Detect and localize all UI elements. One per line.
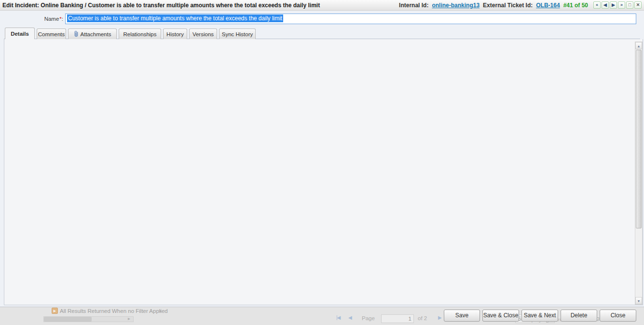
save-button[interactable]: Save bbox=[444, 310, 480, 322]
next-record-button[interactable]: ▶ bbox=[610, 1, 617, 9]
tab-attachments[interactable]: Attachments bbox=[68, 28, 117, 39]
internal-id-label: Internal Id: bbox=[399, 2, 428, 9]
window-title: Edit Incident: Online Banking / Customer… bbox=[2, 2, 320, 9]
window-titlebar: Edit Incident: Online Banking / Customer… bbox=[0, 0, 644, 11]
page-first-icon: |◀ bbox=[336, 315, 340, 320]
tab-relationships[interactable]: Relationships bbox=[119, 28, 161, 39]
close-button[interactable]: Close bbox=[600, 310, 636, 322]
tab-comments[interactable]: Comments bbox=[37, 28, 66, 39]
background-filter-label: All Results Returned When no Filter Appl… bbox=[60, 308, 168, 314]
maximize-button[interactable]: □ bbox=[626, 1, 633, 9]
delete-button[interactable]: Delete bbox=[561, 310, 597, 322]
details-form-panel bbox=[4, 39, 643, 305]
scrollbar-thumb[interactable] bbox=[636, 50, 642, 228]
external-ticket-id-label: External Ticket Id: bbox=[483, 2, 533, 9]
first-record-button[interactable]: « bbox=[593, 1, 601, 9]
form-scrollbar[interactable]: ▲ ▼ bbox=[635, 42, 643, 305]
tab-history[interactable]: History bbox=[163, 28, 187, 39]
record-position-badge: #41 of 50 bbox=[563, 2, 588, 9]
previous-record-button[interactable]: ◀ bbox=[602, 1, 609, 9]
tab-versions[interactable]: Versions bbox=[189, 28, 217, 39]
page-of-label: of 2 bbox=[418, 315, 427, 321]
close-window-button[interactable]: ✕ bbox=[634, 1, 642, 9]
filter-play-icon: ▶ bbox=[52, 308, 58, 314]
name-input[interactable]: Customer is able to transfer multiple am… bbox=[65, 14, 636, 24]
save-and-next-button[interactable]: Save & Next bbox=[521, 310, 558, 322]
edit-incident-window: Edit Incident: Online Banking / Customer… bbox=[0, 0, 644, 307]
background-hscrollbar-arrow-icon: ▸ bbox=[128, 316, 130, 321]
save-and-close-button[interactable]: Save & Close bbox=[482, 310, 519, 322]
name-field-label: Name*: bbox=[10, 16, 63, 22]
external-ticket-id-link[interactable]: OLB-164 bbox=[536, 2, 560, 9]
paperclip-icon bbox=[74, 30, 79, 38]
page-number-input: 1 bbox=[381, 314, 414, 323]
tab-sync-history[interactable]: Sync History bbox=[219, 28, 256, 39]
tab-details[interactable]: Details bbox=[5, 28, 35, 39]
page-prev-icon: ◀ bbox=[348, 315, 352, 320]
name-selected-text: Customer is able to transfer multiple am… bbox=[67, 14, 283, 22]
last-record-button[interactable]: » bbox=[618, 1, 625, 9]
page-next-icon: ▶ bbox=[438, 315, 441, 320]
scroll-down-icon[interactable]: ▼ bbox=[635, 297, 642, 304]
page-label: Page bbox=[362, 315, 375, 321]
background-hscrollbar-thumb bbox=[44, 317, 92, 322]
internal-id-link[interactable]: online-banking13 bbox=[432, 2, 480, 9]
scroll-up-icon[interactable]: ▲ bbox=[635, 42, 642, 49]
chevron-down-icon: ▾ bbox=[159, 309, 162, 313]
